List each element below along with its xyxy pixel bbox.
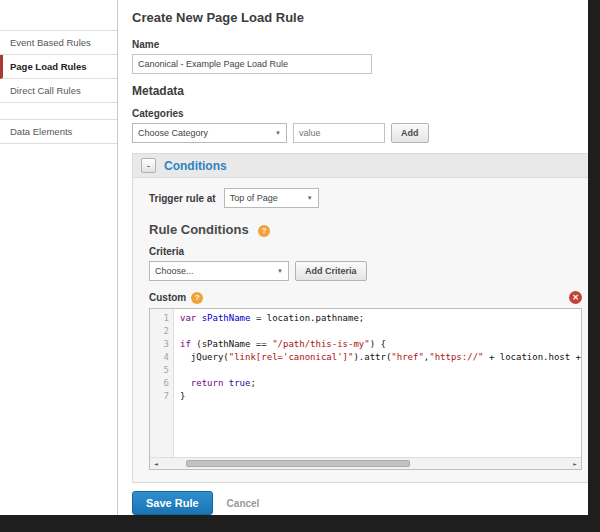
cancel-link[interactable]: Cancel — [227, 498, 260, 509]
page-title: Create New Page Load Rule — [132, 10, 588, 25]
trigger-rule-at-label: Trigger rule at — [149, 193, 216, 204]
add-category-button[interactable]: Add — [391, 123, 429, 143]
custom-criteria-header-row: Custom ? ✕ — [149, 291, 582, 304]
categories-row: Choose Category ▼ Add — [132, 123, 588, 143]
window-frame: Event Based Rules Page Load Rules Direct… — [0, 0, 600, 532]
rule-name-input[interactable] — [132, 54, 372, 74]
sidebar-item-data-elements[interactable]: Data Elements — [0, 120, 117, 144]
scrollbar-thumb[interactable] — [186, 460, 410, 467]
app-panel: Event Based Rules Page Load Rules Direct… — [0, 0, 588, 515]
custom-label: Custom — [149, 292, 186, 303]
metadata-heading: Metadata — [132, 84, 588, 98]
sidebar-item-page-load-rules[interactable]: Page Load Rules — [0, 55, 117, 79]
help-icon[interactable]: ? — [258, 225, 270, 237]
category-select-value: Choose Category — [138, 128, 208, 138]
editor-horizontal-scrollbar[interactable]: ◄ ► — [150, 457, 581, 469]
scroll-left-icon[interactable]: ◄ — [150, 460, 162, 467]
sidebar-item-direct-call-rules[interactable]: Direct Call Rules — [0, 79, 117, 103]
scroll-right-icon[interactable]: ► — [569, 460, 581, 467]
data-elements-nav-group: Data Elements — [0, 119, 117, 144]
sidebar: Event Based Rules Page Load Rules Direct… — [0, 0, 118, 515]
scrollbar-track[interactable] — [162, 458, 569, 469]
conditions-title: Conditions — [164, 159, 227, 173]
main-content: Create New Page Load Rule Name Metadata … — [118, 0, 588, 515]
collapse-conditions-button[interactable]: - — [141, 158, 156, 173]
rules-nav-group: Event Based Rules Page Load Rules Direct… — [0, 30, 117, 103]
delete-criteria-icon[interactable]: ✕ — [569, 291, 582, 304]
trigger-select[interactable]: Top of Page ▼ — [224, 188, 319, 208]
category-select[interactable]: Choose Category ▼ — [132, 123, 287, 143]
category-value-input[interactable] — [293, 123, 385, 143]
add-criteria-button[interactable]: Add Criteria — [295, 261, 367, 281]
trigger-row: Trigger rule at Top of Page ▼ — [149, 188, 582, 208]
criteria-label: Criteria — [149, 246, 582, 257]
categories-label: Categories — [132, 108, 588, 119]
criteria-row: Choose... ▼ Add Criteria — [149, 261, 582, 281]
save-rule-button[interactable]: Save Rule — [132, 491, 213, 515]
criteria-select-value: Choose... — [155, 266, 194, 276]
name-label: Name — [132, 39, 588, 50]
conditions-panel-body: Trigger rule at Top of Page ▼ Rule Condi… — [133, 178, 588, 482]
code-editor[interactable]: 1234567 var sPathName = location.pathnam… — [149, 308, 582, 470]
chevron-down-icon: ▼ — [277, 268, 283, 274]
criteria-select[interactable]: Choose... ▼ — [149, 261, 289, 281]
chevron-down-icon: ▼ — [275, 130, 281, 136]
chevron-down-icon: ▼ — [307, 195, 313, 201]
sidebar-item-event-based-rules[interactable]: Event Based Rules — [0, 31, 117, 55]
editor-gutter: 1234567 — [150, 309, 174, 469]
editor-code[interactable]: var sPathName = location.pathname;if (sP… — [174, 309, 581, 469]
rule-conditions-heading: Rule Conditions — [149, 222, 249, 237]
form-actions: Save Rule Cancel — [132, 491, 588, 515]
help-icon[interactable]: ? — [191, 292, 203, 304]
conditions-panel: - Conditions Trigger rule at Top of Page… — [132, 153, 588, 483]
rule-conditions-heading-row: Rule Conditions ? — [149, 220, 582, 238]
trigger-select-value: Top of Page — [230, 193, 278, 203]
conditions-panel-header: - Conditions — [133, 154, 588, 178]
